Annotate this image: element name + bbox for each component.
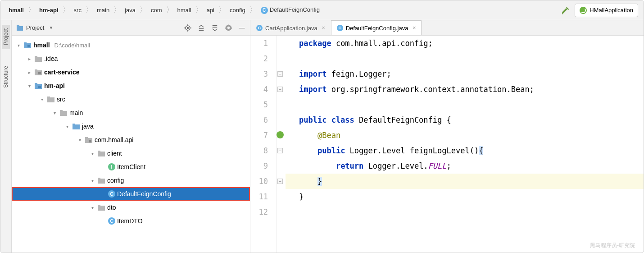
package-icon — [97, 149, 105, 157]
bc-sep: 〉 — [140, 5, 147, 15]
tree-label: client — [107, 150, 122, 157]
svg-rect-14 — [35, 69, 37, 71]
chevron-down-icon[interactable]: ▾ — [89, 178, 95, 183]
gutter: 1 2 3 4 5 6 7 8 9 10 11 12 — [250, 36, 277, 253]
tree-default-feign-config[interactable]: C DefaultFeignConfig — [12, 187, 250, 201]
tree-root[interactable]: ▾ hmall D:\code\hmall — [12, 38, 250, 52]
fold-icon[interactable]: − — [277, 148, 283, 153]
breadcrumb: hmall〉 hm-api〉 src〉 main〉 java〉 com〉 hma… — [6, 5, 561, 15]
tab-structure[interactable]: Structure — [2, 62, 10, 92]
folder-icon — [34, 55, 42, 63]
close-icon[interactable]: × — [322, 25, 325, 31]
tool-window-bar: Project Structure — [0, 20, 12, 253]
gear-icon[interactable] — [225, 24, 232, 32]
bc-sep: 〉 — [218, 5, 226, 15]
run-config-selector[interactable]: HMallApplication — [575, 4, 638, 17]
line-number: 3 — [250, 66, 268, 82]
tab-project[interactable]: Project — [2, 25, 10, 49]
tree-label: cart-service — [44, 69, 80, 76]
chevron-down-icon[interactable]: ▾ — [39, 97, 45, 102]
tab-label: CartApplication.java — [265, 25, 317, 32]
fold-icon[interactable]: − — [277, 179, 283, 184]
code-line: return Logger.Level.FULL; — [285, 158, 644, 174]
chevron-right-icon[interactable]: ▸ — [26, 56, 32, 61]
close-icon[interactable]: × — [413, 25, 416, 31]
svg-rect-24 — [73, 124, 75, 125]
bc-config[interactable]: config — [227, 5, 248, 15]
chevron-right-icon[interactable]: ▸ — [26, 70, 32, 75]
toolbar-right: HMallApplication — [561, 4, 638, 17]
tree-item-client[interactable]: I ItemClient — [12, 160, 250, 174]
class-icon: C — [256, 25, 263, 31]
svg-rect-31 — [98, 178, 100, 179]
source-folder-icon — [72, 122, 80, 130]
chevron-down-icon[interactable]: ▾ — [51, 110, 58, 115]
bc-hm-api[interactable]: hm-api — [36, 5, 61, 15]
expand-all-icon[interactable] — [198, 24, 205, 32]
bc-java[interactable]: java — [122, 5, 138, 15]
panel-view-selector[interactable]: Project ▼ — [16, 24, 184, 32]
tree-label: hmall — [33, 41, 50, 49]
svg-rect-0 — [17, 26, 23, 31]
bc-src[interactable]: src — [71, 5, 84, 15]
tree-label: dto — [107, 204, 116, 211]
class-icon: C — [108, 190, 115, 198]
code-content[interactable]: package com.hmall.api.config; import fei… — [286, 36, 644, 253]
build-icon[interactable] — [561, 6, 570, 15]
package-icon — [97, 203, 105, 212]
tree-package[interactable]: ▾ com.hmall.api — [12, 133, 250, 147]
tree-dto[interactable]: ▾ dto — [12, 201, 250, 214]
folder-icon — [47, 95, 55, 103]
tree-hm-api[interactable]: ▾ hm-api — [12, 79, 250, 92]
svg-rect-25 — [85, 138, 92, 143]
bc-api[interactable]: api — [204, 5, 217, 15]
minimize-icon[interactable]: — — [238, 24, 245, 32]
project-tree[interactable]: ▾ hmall D:\code\hmall ▸ .idea ▸ cart-ser… — [12, 36, 250, 253]
bc-hmall[interactable]: hmall — [6, 5, 27, 15]
tab-default-feign-config[interactable]: C DefaultFeignConfig.java × — [331, 20, 422, 35]
chevron-down-icon[interactable]: ▾ — [26, 83, 32, 88]
tree-java[interactable]: ▾ java — [12, 120, 250, 133]
bc-main[interactable]: main — [94, 5, 112, 15]
fold-icon[interactable]: − — [277, 87, 283, 92]
tree-label: com.hmall.api — [95, 136, 133, 143]
tree-idea[interactable]: ▸ .idea — [12, 52, 250, 65]
chevron-down-icon[interactable]: ▾ — [89, 205, 95, 210]
svg-rect-11 — [35, 57, 42, 62]
tree-item-dto[interactable]: C ItemDTO — [12, 214, 250, 228]
tree-config[interactable]: ▾ config — [12, 174, 250, 187]
svg-rect-10 — [27, 45, 30, 47]
panel-toolbar: — — [184, 24, 245, 32]
code-editor[interactable]: 1 2 3 4 5 6 7 8 9 10 11 12 − − − − — [250, 36, 644, 253]
class-icon: C — [108, 217, 115, 225]
tree-label: src — [57, 96, 65, 103]
fold-icon[interactable]: − — [277, 71, 283, 77]
bc-file[interactable]: CDefaultFeignConfig — [258, 5, 322, 15]
collapse-all-icon[interactable] — [211, 24, 218, 32]
folder-icon — [59, 109, 68, 117]
project-panel: Project ▼ — ▾ hmall D:\code\hmall ▸ . — [12, 20, 250, 253]
bc-sep: 〉 — [195, 5, 203, 15]
bc-sep: 〉 — [113, 5, 121, 15]
spring-bean-icon[interactable] — [277, 131, 284, 138]
line-number: 11 — [250, 189, 268, 204]
chevron-down-icon[interactable]: ▾ — [77, 138, 83, 143]
tree-label: ItemDTO — [117, 217, 143, 225]
chevron-down-icon[interactable]: ▾ — [64, 124, 70, 129]
chevron-down-icon[interactable]: ▾ — [15, 43, 22, 48]
bc-hmall2[interactable]: hmall — [175, 5, 194, 15]
tab-cart-application[interactable]: C CartApplication.java × — [250, 20, 331, 35]
tree-src[interactable]: ▾ src — [12, 92, 250, 106]
svg-rect-17 — [35, 83, 37, 84]
tree-cart-service[interactable]: ▸ cart-service — [12, 65, 250, 79]
locate-icon[interactable] — [184, 24, 191, 32]
tree-main[interactable]: ▾ main — [12, 106, 250, 120]
line-number: 4 — [250, 82, 268, 97]
chevron-down-icon: ▼ — [49, 25, 53, 30]
tree-client[interactable]: ▾ client — [12, 147, 250, 160]
bc-com[interactable]: com — [148, 5, 165, 15]
svg-rect-1 — [17, 25, 19, 27]
line-number: 1 — [250, 36, 268, 51]
tree-label: .idea — [44, 55, 58, 62]
chevron-down-icon[interactable]: ▾ — [89, 151, 95, 156]
